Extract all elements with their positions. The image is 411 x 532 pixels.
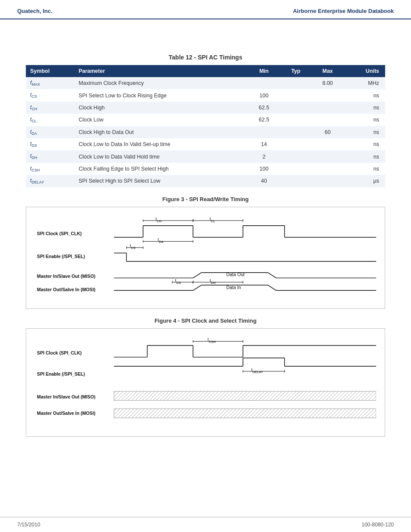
figure3-caption: Figure 3 - SPI Read/Write Timing xyxy=(26,196,385,202)
cell-units: MHz xyxy=(344,77,385,89)
cell-parameter: Maximum Clock Frequency xyxy=(74,77,247,89)
svg-text:tCSH: tCSH xyxy=(208,337,216,344)
cell-max xyxy=(311,89,344,101)
table-header-row: Symbol Parameter Min Typ Max Units xyxy=(26,65,385,77)
cell-min xyxy=(247,77,280,89)
svg-text:tDH: tDH xyxy=(210,278,216,285)
svg-text:tCL: tCL xyxy=(210,216,215,223)
page-header: Quatech, Inc. Airborne Enterprise Module… xyxy=(0,0,411,19)
cell-units: ns xyxy=(344,102,385,114)
table-row: tDSClock Low to Data In Valid Set-up tim… xyxy=(26,138,385,150)
svg-text:tCS: tCS xyxy=(130,243,135,249)
col-symbol: Symbol xyxy=(26,65,74,77)
cell-units: ns xyxy=(344,114,385,126)
cell-symbol: tCS xyxy=(26,89,74,101)
col-parameter: Parameter xyxy=(74,65,247,77)
cell-min: 2 xyxy=(247,150,280,162)
cell-typ xyxy=(280,89,311,101)
cell-max xyxy=(311,150,344,162)
svg-line-36 xyxy=(268,272,276,278)
cell-typ xyxy=(280,138,311,150)
table-row: tCSSPI Select Low to Clock Rising Edge10… xyxy=(26,89,385,101)
col-min: Min xyxy=(247,65,280,77)
table-row: tDELAYSPI Select High to SPI Select Low4… xyxy=(26,175,385,187)
cell-typ xyxy=(280,126,311,138)
svg-text:Data In: Data In xyxy=(226,285,241,290)
document-title: Airborne Enterprise Module Databook xyxy=(293,8,394,14)
cell-min: 40 xyxy=(247,175,280,187)
cell-parameter: SPI Select High to SPI Select Low xyxy=(74,175,247,187)
cell-symbol: tDH xyxy=(26,150,74,162)
cell-units: ns xyxy=(344,138,385,150)
cell-min: 100 xyxy=(247,163,280,175)
col-units: Units xyxy=(344,65,385,77)
cell-min: 62.5 xyxy=(247,102,280,114)
cell-units: ns xyxy=(344,163,385,175)
cell-min: 62.5 xyxy=(247,114,280,126)
cell-symbol: tDS xyxy=(26,138,74,150)
cell-typ xyxy=(280,77,311,89)
cell-symbol: tCSH xyxy=(26,163,74,175)
cell-max xyxy=(311,102,344,114)
cell-max xyxy=(311,163,344,175)
table-row: tCLClock Low62.5ns xyxy=(26,114,385,126)
cell-parameter: Clock Low xyxy=(74,114,247,126)
cell-symbol: tCL xyxy=(26,114,74,126)
company-name: Quatech, Inc. xyxy=(17,8,53,14)
svg-rect-78 xyxy=(114,408,376,417)
svg-text:SPI Clock (SPI_CLK): SPI Clock (SPI_CLK) xyxy=(37,350,82,355)
cell-max xyxy=(311,175,344,187)
svg-text:SPI Enable (/SPI_SEL): SPI Enable (/SPI_SEL) xyxy=(37,371,85,376)
main-content: Table 12 - SPI AC Timings Symbol Paramet… xyxy=(0,19,411,457)
svg-line-39 xyxy=(193,285,201,290)
table-row: fMAXMaximum Clock Frequency8.00MHz xyxy=(26,77,385,89)
cell-symbol: tDELAY xyxy=(26,175,74,187)
svg-text:tCH: tCH xyxy=(156,216,162,223)
svg-text:SPI Clock (SPI_CLK): SPI Clock (SPI_CLK) xyxy=(37,230,82,236)
cell-parameter: Clock Low to Data Valid Hold time xyxy=(74,150,247,162)
svg-text:tDA: tDA xyxy=(158,237,164,244)
footer-date: 7/15/2010 xyxy=(17,522,40,528)
col-typ: Typ xyxy=(280,65,311,77)
timing-table: Symbol Parameter Min Typ Max Units fMAXM… xyxy=(26,65,385,187)
table-row: tCSHClock Falling Edge to SPI Select Hig… xyxy=(26,163,385,175)
figure4-svg: SPI Clock (SPI_CLK) SPI Enable (/SPI_SEL… xyxy=(35,336,376,429)
cell-units: ns xyxy=(344,89,385,101)
svg-line-33 xyxy=(193,272,201,278)
svg-rect-77 xyxy=(114,391,376,400)
cell-typ xyxy=(280,175,311,187)
page-wrapper: Quatech, Inc. Airborne Enterprise Module… xyxy=(0,0,411,532)
cell-max: 60 xyxy=(311,126,344,138)
cell-parameter: Clock High to Data Out xyxy=(74,126,247,138)
cell-typ xyxy=(280,114,311,126)
svg-text:Master In/Slave Out (MISO): Master In/Slave Out (MISO) xyxy=(37,394,96,399)
cell-symbol: tCH xyxy=(26,102,74,114)
cell-units: ns xyxy=(344,150,385,162)
cell-symbol: fMAX xyxy=(26,77,74,89)
cell-parameter: Clock Falling Edge to SPI Select High xyxy=(74,163,247,175)
cell-parameter: Clock Low to Data In Valid Set-up time xyxy=(74,138,247,150)
cell-min xyxy=(247,126,280,138)
footer-doc-number: 100-8080-120 xyxy=(361,522,394,528)
table-row: tCHClock High62.5ns xyxy=(26,102,385,114)
svg-text:Master Out/Salve In (MOSI): Master Out/Salve In (MOSI) xyxy=(37,411,96,416)
cell-units: ns xyxy=(344,126,385,138)
page-footer: 7/15/2010 100-8080-120 xyxy=(0,517,411,532)
svg-text:SPI Enable (/SPI_SEL): SPI Enable (/SPI_SEL) xyxy=(37,254,85,259)
col-max: Max xyxy=(311,65,344,77)
figure3-svg: SPI Clock (SPI_CLK) SPI Enable (/SPI_SEL… xyxy=(35,215,376,301)
figure4-caption: Figure 4 - SPI Clock and Select Timing xyxy=(26,317,385,324)
figure4-diagram: SPI Clock (SPI_CLK) SPI Enable (/SPI_SEL… xyxy=(26,328,385,437)
svg-text:Data Out: Data Out xyxy=(226,272,245,277)
cell-typ xyxy=(280,163,311,175)
svg-text:tDELAY: tDELAY xyxy=(251,367,263,373)
cell-typ xyxy=(280,150,311,162)
svg-text:Master In/Slave Out (MISO): Master In/Slave Out (MISO) xyxy=(37,274,96,279)
svg-text:Master Out/Salve In (MOSI): Master Out/Salve In (MOSI) xyxy=(37,287,96,292)
svg-text:tDS: tDS xyxy=(175,278,181,285)
cell-units: μs xyxy=(344,175,385,187)
svg-line-42 xyxy=(268,285,276,290)
cell-max xyxy=(311,138,344,150)
figure3-diagram: SPI Clock (SPI_CLK) SPI Enable (/SPI_SEL… xyxy=(26,207,385,309)
cell-min: 100 xyxy=(247,89,280,101)
